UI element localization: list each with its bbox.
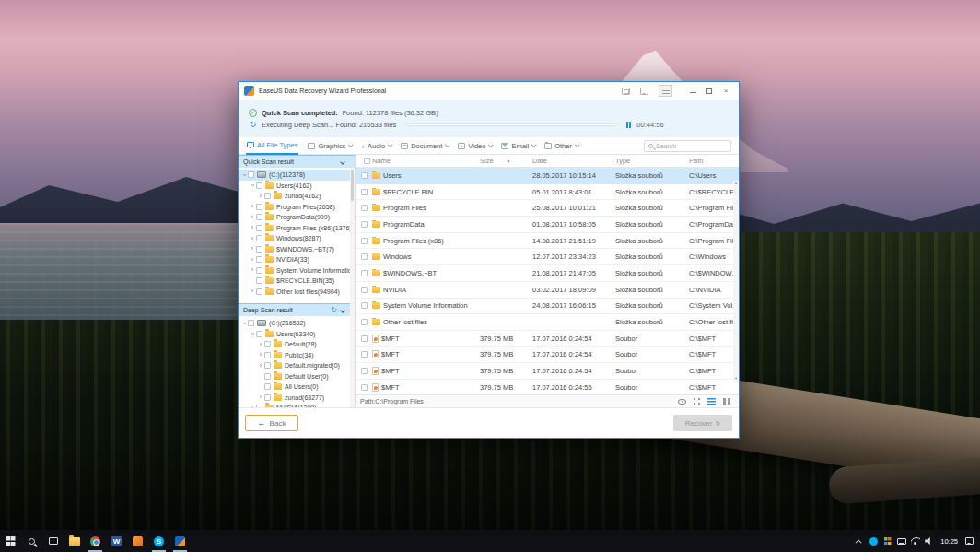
tree-checkbox[interactable] <box>256 225 262 231</box>
taskbar-word-button[interactable] <box>106 530 127 552</box>
tree-item[interactable]: ›Program Files (x86)(1376) <box>239 223 355 234</box>
table-row[interactable]: Program Files25.08.2017 10:01:21Složka s… <box>356 200 739 217</box>
tree-item[interactable]: ›NVIDIA(33) <box>239 254 355 265</box>
tree-checkbox[interactable] <box>264 394 271 401</box>
chevron-down-icon[interactable] <box>340 159 345 165</box>
table-row[interactable]: Other lost filesSložka souborůC:\Other l… <box>356 314 739 331</box>
column-header-path[interactable]: Path <box>689 157 739 165</box>
table-row[interactable]: $MFT379.75 MB17.07.2016 0:24:54SouborC:\… <box>356 347 739 364</box>
close-button[interactable]: × <box>718 85 733 98</box>
row-checkbox[interactable] <box>361 172 368 179</box>
expander-icon[interactable]: › <box>257 341 264 348</box>
taskbar-file-explorer-button[interactable] <box>64 530 85 552</box>
tray-expand-icon[interactable] <box>853 530 867 552</box>
table-scrollbar[interactable]: ▲▼ <box>733 181 739 382</box>
preview-eye-icon[interactable] <box>678 399 686 405</box>
row-checkbox[interactable] <box>361 335 368 342</box>
minimize-button[interactable] <box>685 85 700 98</box>
row-checkbox[interactable] <box>361 221 368 228</box>
pause-scan-icon[interactable] <box>625 122 632 128</box>
filter-document[interactable]: Document <box>401 142 449 150</box>
menu-button[interactable] <box>659 85 672 97</box>
taskbar-easeus-button[interactable] <box>169 530 191 552</box>
tree-item[interactable]: ›Default(28) <box>239 339 355 350</box>
expander-icon[interactable]: › <box>249 214 256 221</box>
back-button[interactable]: ← Back <box>245 415 298 431</box>
tree-item[interactable]: ›zunad(4162) <box>239 191 355 202</box>
row-checkbox[interactable] <box>361 270 368 276</box>
skype-tray-icon[interactable] <box>867 530 881 552</box>
table-row[interactable]: NVIDIA03.02.2017 18:09:09Složka souborůC… <box>356 282 739 299</box>
table-row[interactable]: $WINDOWS.~BT21.08.2017 21:47:05Složka so… <box>356 265 739 282</box>
expander-icon[interactable]: › <box>249 288 256 295</box>
column-header-size[interactable]: Size▼ <box>480 157 532 165</box>
table-row[interactable]: Program Files (x86)14.08.2017 21:51:19Sl… <box>356 233 739 250</box>
column-header-name[interactable]: Name <box>372 157 480 165</box>
tree-checkbox[interactable] <box>256 405 262 407</box>
tree-checkbox[interactable] <box>256 235 262 241</box>
tree-item[interactable]: ›Users(63340) <box>239 329 355 340</box>
expander-icon[interactable]: › <box>257 351 264 358</box>
expander-icon[interactable]: › <box>249 256 256 264</box>
network-icon[interactable] <box>908 530 922 552</box>
capture-icon[interactable] <box>622 88 630 95</box>
color-grid-tray-icon[interactable] <box>881 530 894 552</box>
expander-icon[interactable]: › <box>249 405 256 407</box>
row-checkbox[interactable] <box>361 238 368 244</box>
tree-item[interactable]: ›Program Files(2658) <box>239 202 355 213</box>
tree-scrollbar[interactable] <box>350 168 355 407</box>
taskbar-orange-app-button[interactable] <box>127 530 148 552</box>
tree-item[interactable]: ›Other lost files(94904) <box>239 287 355 298</box>
expander-icon[interactable]: › <box>249 235 256 242</box>
tree-item[interactable]: ›Windows(8287) <box>239 233 355 244</box>
chevron-down-icon[interactable] <box>340 308 345 313</box>
row-checkbox[interactable] <box>361 253 368 260</box>
titlebar[interactable]: EaseUS Data Recovery Wizard Professional… <box>239 82 739 100</box>
tree-item[interactable]: ›$WINDOWS.~BT(7) <box>239 244 355 255</box>
filter-graphics[interactable]: Graphics <box>308 142 352 150</box>
table-row[interactable]: System Volume Information24.08.2017 16:0… <box>356 299 739 315</box>
column-header-type[interactable]: Type <box>615 157 689 165</box>
filter-email[interactable]: Email <box>501 142 535 150</box>
expander-icon[interactable]: › <box>240 171 248 179</box>
table-row[interactable]: $MFT379.75 MB17.07.2016 0:24:55SouborC:\… <box>356 380 739 394</box>
tree-checkbox[interactable] <box>264 373 271 380</box>
table-row[interactable]: $MFT379.75 MB17.07.2016 0:24:54SouborC:\… <box>356 331 739 347</box>
tree-item[interactable]: ›System Volume Information(2) <box>239 265 355 276</box>
deep-scan-panel-header[interactable]: Deep Scan result <box>239 303 355 316</box>
search-input[interactable] <box>656 143 720 149</box>
tree-item[interactable]: ›Users(4162) <box>239 181 355 192</box>
filter-audio[interactable]: ♪Audio <box>361 142 391 150</box>
taskbar-clock[interactable]: 10:25 <box>936 530 962 552</box>
table-row[interactable]: Windows12.07.2017 23:34:23Složka souborů… <box>356 249 739 265</box>
tree-checkbox[interactable] <box>248 171 254 178</box>
row-checkbox[interactable] <box>361 351 368 358</box>
column-header-date[interactable]: Date <box>532 157 615 165</box>
list-view-icon[interactable] <box>707 398 716 405</box>
table-row[interactable]: ProgramData01.08.2017 10:58:05Složka sou… <box>356 217 739 233</box>
expander-icon[interactable]: › <box>249 203 256 210</box>
filter-all-file-types[interactable]: All File Types <box>246 137 298 155</box>
tree-checkbox[interactable] <box>264 341 271 347</box>
tree-item[interactable]: ›(C:)(216532) <box>239 318 355 329</box>
expander-icon[interactable]: › <box>240 320 248 327</box>
expander-icon[interactable]: › <box>257 362 264 370</box>
tree-checkbox[interactable] <box>256 182 262 189</box>
table-row[interactable]: $MFT379.75 MB17.07.2016 0:24:54SouborC:\… <box>356 363 739 380</box>
row-checkbox[interactable] <box>361 302 368 309</box>
volume-icon[interactable] <box>922 530 936 552</box>
expander-icon[interactable]: › <box>257 393 264 401</box>
tree-checkbox[interactable] <box>248 320 254 326</box>
filter-video[interactable]: Video <box>458 142 492 150</box>
filter-other[interactable]: Other <box>544 142 578 150</box>
row-checkbox[interactable] <box>361 205 368 211</box>
recover-button[interactable]: Recover <box>673 415 732 431</box>
tree-checkbox[interactable] <box>264 383 271 390</box>
tree-checkbox[interactable] <box>256 267 262 274</box>
touch-keyboard-icon[interactable] <box>894 530 908 552</box>
tree-item[interactable]: Default User(0) <box>239 371 355 382</box>
expander-icon[interactable]: › <box>249 245 256 253</box>
table-row[interactable]: Users28.05.2017 10:15:14Složka souborůC:… <box>356 168 739 184</box>
action-center-icon[interactable] <box>962 530 976 552</box>
taskbar-search-button[interactable] <box>21 530 42 552</box>
